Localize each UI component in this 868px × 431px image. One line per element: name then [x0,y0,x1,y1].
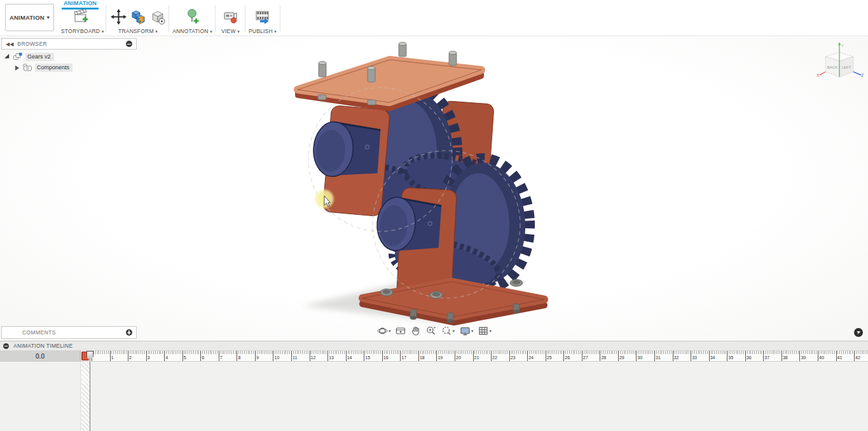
fit-icon[interactable]: ▾ [440,325,455,337]
toolbar-group-storyboard: STORYBOARD ▾ [61,8,100,34]
ruler-label: 37 [764,355,769,360]
playhead-hatch-band [81,362,90,431]
ruler-label: 28 [601,355,606,360]
timeline-display-toggle-icon[interactable] [3,343,9,349]
tab-animation[interactable]: ANIMATION [62,0,99,6]
tab-label: ANIMATION [62,0,99,6]
toolbar-group-transform: TRANSFORM ▾ [108,8,168,34]
ruler-label: 31 [656,355,661,360]
ruler-label: 22 [492,355,497,360]
annotation-balloon-icon[interactable] [184,8,201,28]
toolbar-separator [106,5,106,32]
ruler-label: 33 [692,355,697,360]
toolbar-separator [245,5,245,32]
capture-position-icon[interactable] [130,8,147,28]
ruler-label: 25 [547,355,552,360]
view-dropdown[interactable]: VIEW ▾ [217,28,244,34]
playhead-line[interactable] [90,362,90,431]
chevron-down-icon: ▾ [237,29,240,34]
fusion-animation-workspace: ANIMATION ▾ ANIMATION [0,0,868,431]
browser-row-components[interactable]: Components [15,63,72,72]
ruler-label: 14 [347,355,352,360]
restore-position-icon[interactable] [149,8,167,28]
z-axis-label: Z [861,73,864,78]
x-axis-label: X [816,73,820,78]
ruler-label: 20 [456,355,461,360]
annotation-dropdown[interactable]: ANNOTATION ▾ [170,28,214,34]
publish-video-icon[interactable] [254,8,272,29]
collapse-panel-icon[interactable]: ◀◀ [6,41,13,47]
assistant-glyph-icon: ➤ [855,329,861,336]
zoom-icon[interactable] [425,325,437,337]
animation-timeline-panel: ANIMATION TIMELINE 123456789101112131415… [0,341,868,431]
lower-shaft-cylinder[interactable] [375,196,442,254]
ruler-label: 11 [293,355,297,360]
y-axis-label: Y [841,44,844,48]
chevron-down-icon: ▾ [389,329,391,334]
publish-dropdown[interactable]: PUBLISH ▾ [247,28,279,34]
browser-item-label[interactable]: Gears v2 [25,53,54,62]
assembly-icon [13,52,23,62]
pan-icon[interactable] [410,325,422,337]
ruler-label: 19 [437,355,443,360]
ruler-label: 3 [148,355,150,360]
ruler-label: 5 [184,355,186,360]
storyboard-dropdown[interactable]: STORYBOARD ▾ [61,28,100,34]
browser-row-root[interactable]: Gears v2 [6,52,54,62]
grid-settings-icon[interactable]: ▾ [478,325,493,337]
ruler-label: 1 [111,355,114,360]
transform-dropdown[interactable]: TRANSFORM ▾ [108,28,168,34]
ruler-label: 13 [329,355,334,360]
chevron-down-icon: ▾ [490,329,492,334]
comments-toggle-icon[interactable] [126,329,132,336]
chevron-down-icon: ▾ [155,29,158,34]
timeline-ruler[interactable]: 1234567891011121314151617181920212223242… [0,351,868,362]
z-axis-line [853,72,861,75]
toolbar-group-view: VIEW ▾ [217,8,244,34]
ruler-label: 4 [165,355,168,360]
viewcube[interactable]: BACK LEFT Y X Z [816,40,865,82]
top-plate[interactable] [298,42,481,109]
timeline-header: ANIMATION TIMELINE [0,341,868,351]
expand-arrow-icon[interactable] [4,53,11,60]
ruler-label: 36 [747,355,752,360]
workspace-switcher-label: ANIMATION [10,14,45,21]
collapsed-arrow-icon[interactable] [15,65,19,71]
chevron-down-icon: ▾ [471,329,474,334]
toolbar-group-annotation: ANNOTATION ▾ [170,8,214,34]
current-time-display: 0.0 [0,351,81,361]
upper-shaft-cylinder[interactable] [312,120,381,179]
browser-item-label[interactable]: Components [35,64,72,72]
toolbar-separator [215,5,216,32]
ruler-label: 8 [238,355,240,360]
workspace-switcher-button[interactable]: ANIMATION ▾ [5,4,54,31]
camera-view-icon[interactable] [222,8,239,28]
gears-model[interactable] [280,37,563,329]
storyboard-clapperboard-icon[interactable] [72,8,90,29]
look-at-icon[interactable] [394,325,406,337]
component-folder-icon [22,63,32,73]
ruler-label: 15 [365,355,370,360]
comments-panel-header[interactable]: COMMENTS [1,326,137,339]
browser-display-toggle-icon[interactable] [126,41,132,47]
display-settings-icon[interactable]: ▾ [458,325,474,337]
ruler-label: 2 [129,355,132,360]
move-arrows-icon[interactable] [110,8,127,28]
ruler-label: 10 [275,355,280,360]
chevron-down-icon: ▾ [274,29,277,34]
3d-viewport[interactable]: BACK LEFT Y X Z ◀◀ BROWSER [0,37,868,341]
y-axis-arrow [838,42,841,45]
ruler-label: 17 [401,355,406,360]
chevron-down-icon: ▾ [210,29,212,34]
comments-title: COMMENTS [22,329,126,336]
chevron-down-icon: ▾ [102,29,104,34]
viewcube-face-label-back[interactable]: BACK [827,65,837,69]
timeline-track-area[interactable] [0,362,868,431]
ruler-label: 39 [801,355,806,360]
assistant-icon[interactable]: ➤ [854,328,863,337]
browser-panel-header[interactable]: ◀◀ BROWSER [1,38,137,50]
orbit-icon[interactable]: ▾ [376,325,392,337]
x-axis-line [820,72,825,75]
viewcube-face-label-left[interactable]: LEFT [842,65,851,69]
view-navigation-bar: ▾ ▾ ▾ ▾ [376,325,492,337]
